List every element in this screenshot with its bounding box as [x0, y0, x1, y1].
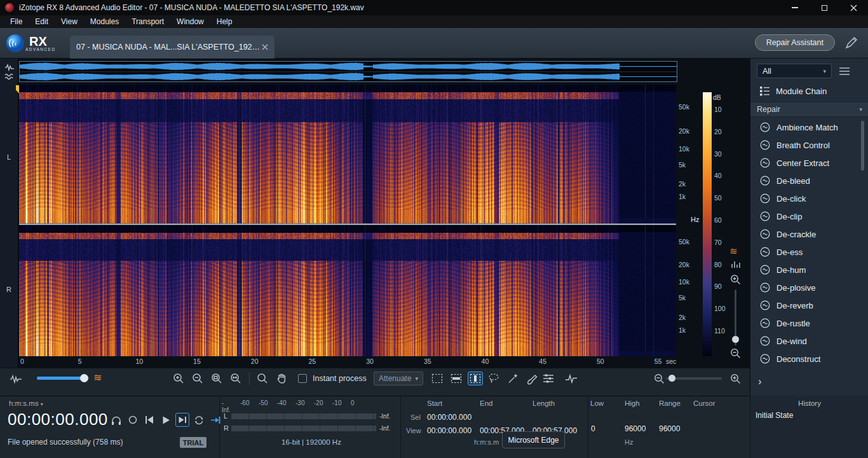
db-tick: 30	[714, 150, 722, 158]
meter-scale-tick: 0	[351, 399, 355, 406]
modules-scrollbar-thumb[interactable]	[861, 121, 864, 170]
freq-scale-icon[interactable]	[730, 260, 742, 270]
spectrogram-toggle-icon[interactable]	[4, 73, 15, 80]
close-button[interactable]	[839, 0, 868, 15]
module-list-view-button[interactable]	[836, 64, 853, 78]
module-item[interactable]: De-crackle	[750, 225, 868, 243]
display-blend-handle[interactable]	[80, 374, 88, 382]
play-selection-button[interactable]	[175, 413, 189, 427]
amplitude-colorbar[interactable]	[703, 92, 712, 356]
instant-process-checkbox[interactable]	[298, 374, 307, 383]
spectrogram-canvas[interactable]	[19, 85, 676, 356]
module-icon	[759, 121, 771, 133]
tab-close-icon[interactable]	[262, 44, 268, 50]
adjust-layers-icon[interactable]	[541, 371, 555, 385]
module-item[interactable]: De-wind	[750, 332, 868, 350]
waveform-display-icon[interactable]	[9, 373, 23, 385]
hzoom-handle[interactable]	[668, 375, 675, 382]
waveform-overview[interactable]	[19, 61, 677, 82]
zoom-fit-icon[interactable]	[229, 371, 243, 385]
freq-tick: 5k	[679, 294, 686, 302]
module-item[interactable]: De-clip	[750, 207, 868, 225]
instant-process-label: Instant process	[313, 374, 367, 383]
module-item[interactable]: Deconstruct	[750, 350, 868, 368]
module-item[interactable]: Center Extract	[750, 154, 868, 172]
current-time-display[interactable]: 00:00:00.000	[8, 410, 108, 429]
vertical-zoom-in-icon[interactable]	[729, 274, 742, 286]
module-item[interactable]: Ambience Match	[750, 118, 868, 136]
record-button[interactable]	[126, 413, 140, 427]
magic-wand-tool-icon[interactable]	[506, 371, 520, 385]
channel-label-left[interactable]: L	[7, 153, 11, 161]
spectrogram-blend-icon[interactable]: ≋	[729, 246, 738, 257]
db-tick: 60	[714, 216, 722, 224]
menu-item[interactable]: File	[4, 15, 29, 28]
menu-item[interactable]: Modules	[84, 15, 125, 28]
freq-high-value[interactable]: 96000	[625, 424, 646, 433]
freq-range-value[interactable]: 96000	[659, 424, 680, 433]
spectrogram-display-icon[interactable]: ≋	[93, 371, 102, 384]
module-item[interactable]: De-ess	[750, 243, 868, 261]
module-item[interactable]: De-click	[750, 190, 868, 207]
lasso-tool-icon[interactable]	[487, 371, 501, 385]
channel-label-right[interactable]: R	[6, 286, 11, 293]
zoom-selection-icon[interactable]	[210, 371, 224, 385]
zoom-in-time-icon[interactable]	[172, 371, 186, 385]
menu-item[interactable]: Edit	[29, 15, 55, 28]
view-start-value[interactable]: 00:00:00.000	[427, 426, 471, 435]
play-button[interactable]	[159, 413, 173, 427]
time-format-dropdown[interactable]: h:m:s.ms ▾	[9, 399, 43, 407]
vertical-zoom-out-icon[interactable]	[729, 347, 742, 359]
module-item[interactable]: De-hum	[750, 261, 868, 279]
select-freqband-tool[interactable]	[449, 371, 464, 385]
waveform-overview-canvas[interactable]	[20, 62, 677, 81]
pen-tool-icon[interactable]	[844, 35, 859, 50]
history-item[interactable]: Initial State	[756, 411, 793, 420]
repair-assistant-button[interactable]: Repair Assistant	[755, 34, 835, 51]
module-item[interactable]: De-bleed	[750, 172, 868, 190]
module-item[interactable]: De-rustle	[750, 314, 868, 332]
module-filter-select[interactable]: All ▾	[757, 64, 832, 78]
process-mode-dropdown[interactable]: Attenuate ▾	[374, 371, 423, 385]
hzoom-out-icon[interactable]	[652, 371, 666, 385]
brand-tier: ADVANCED	[25, 47, 56, 52]
freq-tick: 2k	[679, 180, 686, 188]
spectrogram-view[interactable]	[19, 85, 676, 356]
display-blend-fill	[37, 377, 83, 380]
minimize-button[interactable]	[780, 0, 810, 15]
hzoom-in-icon[interactable]	[728, 371, 742, 385]
time-tick: 40	[482, 357, 489, 365]
module-icon	[759, 193, 771, 204]
module-item[interactable]: De-reverb	[750, 296, 868, 314]
monitor-button[interactable]	[109, 413, 123, 427]
go-to-start-button[interactable]	[142, 413, 156, 427]
sel-start-value[interactable]: 00:00:00.000	[427, 413, 471, 422]
panel-expand-arrow[interactable]: ›	[758, 375, 762, 388]
search-magnifier-icon[interactable]	[255, 371, 269, 385]
loop-button[interactable]	[192, 413, 206, 427]
brush-tool-icon[interactable]	[525, 371, 539, 385]
freq-low-value[interactable]: 0	[591, 424, 595, 433]
db-tick: 40	[714, 172, 722, 179]
signal-probe-icon[interactable]	[564, 371, 578, 385]
waveform-toggle-icon[interactable]	[4, 64, 15, 71]
brand-logo: RX ADVANCED	[0, 28, 67, 59]
menu-item[interactable]: Help	[210, 15, 239, 28]
file-tab[interactable]: 07 - MUSICA NUDA - MAL...SIA L'ASPETTO_1…	[70, 36, 275, 59]
menu-item[interactable]: View	[55, 15, 84, 28]
section-header-repair[interactable]: Repair ▾	[750, 102, 868, 117]
menu-item[interactable]: Transport	[125, 15, 170, 28]
hand-tool-icon[interactable]	[275, 371, 288, 385]
zoom-out-time-icon[interactable]	[191, 371, 205, 385]
module-item[interactable]: Breath Control	[750, 136, 868, 154]
select-timerange-tool[interactable]	[468, 371, 483, 385]
meter-scale-tick: -60	[240, 399, 249, 406]
vertical-zoom-handle[interactable]	[732, 336, 739, 343]
module-item[interactable]: De-plosive	[750, 279, 868, 296]
maximize-button[interactable]	[810, 0, 839, 15]
module-chain-item[interactable]: Module Chain	[750, 83, 868, 99]
menu-item[interactable]: Window	[170, 15, 210, 28]
go-to-marker-icon	[210, 415, 221, 425]
playhead-return-button[interactable]	[208, 413, 222, 427]
select-timefreq-tool[interactable]	[430, 371, 445, 385]
